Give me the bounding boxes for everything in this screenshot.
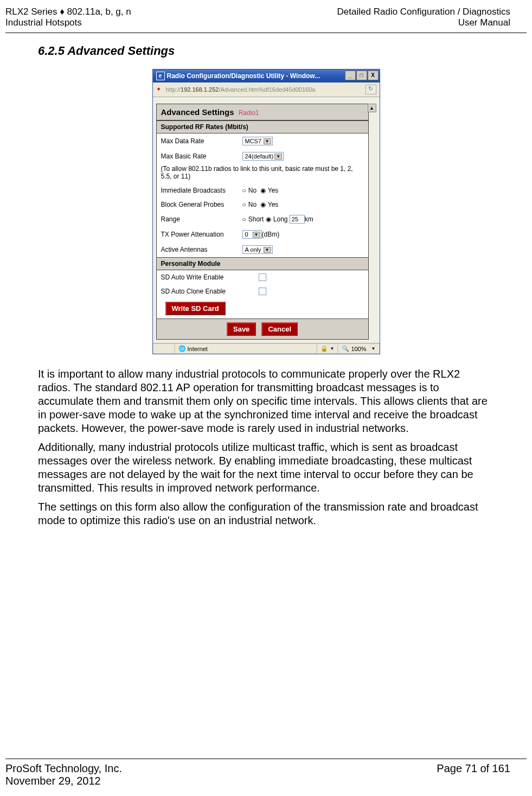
url-scheme: http:// (166, 86, 181, 93)
row-sd-auto-write: SD Auto Write Enable (157, 270, 368, 284)
max-basic-rate-select[interactable]: 24(default) (242, 152, 284, 161)
save-button[interactable]: Save (227, 322, 256, 336)
paragraph-2: Additionally, many industrial protocols … (38, 441, 494, 495)
range-unit: km (305, 215, 313, 223)
site-icon: ✦ (156, 86, 164, 93)
row-range: Range ○Short ◉Long 25 km (157, 212, 368, 227)
ie-icon: e (156, 72, 165, 80)
paragraph-1: It is important to allow many industrial… (38, 367, 494, 435)
header-right-line2: User Manual (337, 17, 510, 28)
settings-panel: Advanced Settings Radio1 Supported RF Ra… (156, 104, 369, 340)
zoom-level: 100% (351, 346, 366, 352)
range-short[interactable]: ○Short (242, 215, 264, 223)
write-sd-button[interactable]: Write SD Card (165, 302, 226, 315)
status-zone: 🌐 Internet (175, 343, 317, 354)
window-titlebar: e Radio Configuration/Diagnostic Utility… (153, 69, 380, 82)
close-button[interactable]: X (368, 71, 379, 80)
immediate-broadcasts-no[interactable]: ○No (242, 187, 257, 194)
range-long[interactable]: ◉Long (266, 215, 288, 223)
shield-icon: 🔒 (321, 345, 328, 352)
rf-rates-header: Supported RF Rates (Mbit/s) (157, 120, 368, 133)
header-left-line2: Industrial Hotspots (5, 17, 131, 28)
section-heading: 6.2.5 Advanced Settings (38, 44, 494, 58)
status-bar: 🌐 Internet 🔒 ▼ 🔍 100% ▼ (153, 343, 380, 354)
tx-power-select[interactable]: 0 (242, 230, 262, 239)
status-zoom[interactable]: 🔍 100% ▼ (338, 343, 379, 354)
active-antennas-label: Active Antennas (161, 246, 242, 253)
immediate-broadcasts-yes[interactable]: ◉Yes (260, 187, 279, 194)
sd-auto-write-checkbox[interactable] (259, 273, 266, 281)
maximize-button[interactable]: □ (356, 71, 367, 80)
url-host: 192.168.1.252 (181, 86, 219, 93)
dropdown-icon: ▼ (330, 346, 334, 351)
refresh-button[interactable]: ↻ (366, 85, 376, 94)
status-blank (153, 343, 175, 354)
radio-name: Radio1 (239, 109, 259, 117)
url-display[interactable]: http://192.168.1.252/Advanced.htm%df16de… (166, 86, 366, 93)
row-immediate-broadcasts: Immediate Broadcasts ○No ◉Yes (157, 183, 368, 198)
footer-company: ProSoft Technology, Inc. (5, 762, 122, 775)
max-data-rate-select[interactable]: MCS7 (242, 137, 273, 145)
footer-left: ProSoft Technology, Inc. November 29, 20… (5, 762, 122, 787)
active-antennas-select[interactable]: A only (242, 245, 273, 254)
personality-header: Personality Module (157, 257, 368, 270)
dropdown-icon: ▼ (371, 346, 376, 351)
window-title: Radio Configuration/Diagnostic Utility -… (167, 72, 321, 80)
minimize-button[interactable]: _ (345, 71, 356, 80)
status-internet-text: Internet (188, 346, 208, 352)
button-row: Save Cancel (157, 319, 368, 339)
page-body: ▲ Advanced Settings Radio1 Supported RF … (153, 97, 380, 343)
row-tx-power: TX Power Attenuation 0 (dBm) (157, 227, 368, 242)
block-probes-no[interactable]: ○No (242, 201, 257, 208)
basic-rate-note: (To allow 802.11b radios to link to this… (157, 164, 368, 183)
panel-title-text: Advanced Settings (161, 107, 234, 117)
sd-auto-clone-label: SD Auto Clone Enable (161, 288, 259, 295)
globe-icon: 🌐 (178, 345, 186, 352)
panel-title: Advanced Settings Radio1 (157, 104, 368, 120)
row-write-sd: Write SD Card (157, 298, 368, 319)
range-input[interactable]: 25 (290, 215, 305, 224)
tx-power-label: TX Power Attenuation (161, 231, 242, 238)
sd-auto-write-label: SD Auto Write Enable (161, 273, 259, 281)
tx-power-unit: (dBm) (262, 231, 280, 238)
window-buttons: _ □ X (345, 71, 379, 80)
footer-right: Page 71 of 161 (437, 762, 510, 787)
max-data-rate-label: Max Data Rate (161, 137, 242, 145)
max-basic-rate-label: Max Basic Rate (161, 152, 242, 160)
sd-auto-clone-checkbox[interactable] (259, 288, 266, 295)
header-right-line1: Detailed Radio Configuration / Diagnosti… (337, 7, 510, 17)
row-max-data-rate: Max Data Rate MCS7 (157, 133, 368, 149)
browser-window: e Radio Configuration/Diagnostic Utility… (152, 69, 380, 354)
immediate-broadcasts-label: Immediate Broadcasts (161, 187, 242, 194)
row-sd-auto-clone: SD Auto Clone Enable (157, 284, 368, 298)
header-right: Detailed Radio Configuration / Diagnosti… (337, 7, 510, 28)
scrollbar-up[interactable]: ▲ (368, 104, 376, 112)
block-general-probes-label: Block General Probes (161, 201, 242, 208)
page-header: RLX2 Series ♦ 802.11a, b, g, n Industria… (0, 0, 532, 30)
content-area: 6.2.5 Advanced Settings e Radio Configur… (0, 33, 532, 527)
status-security[interactable]: 🔒 ▼ (317, 343, 338, 354)
url-path: /Advanced.htm%df16ded45d00160a (219, 86, 315, 93)
cancel-button[interactable]: Cancel (261, 322, 298, 336)
header-left: RLX2 Series ♦ 802.11a, b, g, n Industria… (5, 7, 131, 28)
address-bar: ✦ http://192.168.1.252/Advanced.htm%df16… (153, 82, 380, 97)
row-max-basic-rate: Max Basic Rate 24(default) (157, 149, 368, 164)
paragraph-3: The settings on this form also allow the… (38, 500, 494, 527)
row-block-general-probes: Block General Probes ○No ◉Yes (157, 198, 368, 212)
row-active-antennas: Active Antennas A only (157, 242, 368, 257)
footer-row: ProSoft Technology, Inc. November 29, 20… (0, 759, 532, 796)
header-left-line1: RLX2 Series ♦ 802.11a, b, g, n (5, 7, 131, 17)
page-footer: ProSoft Technology, Inc. November 29, 20… (0, 759, 532, 796)
block-probes-yes[interactable]: ◉Yes (260, 201, 279, 208)
range-label: Range (161, 215, 242, 223)
footer-date: November 29, 2012 (5, 775, 122, 787)
zoom-icon: 🔍 (342, 345, 349, 352)
